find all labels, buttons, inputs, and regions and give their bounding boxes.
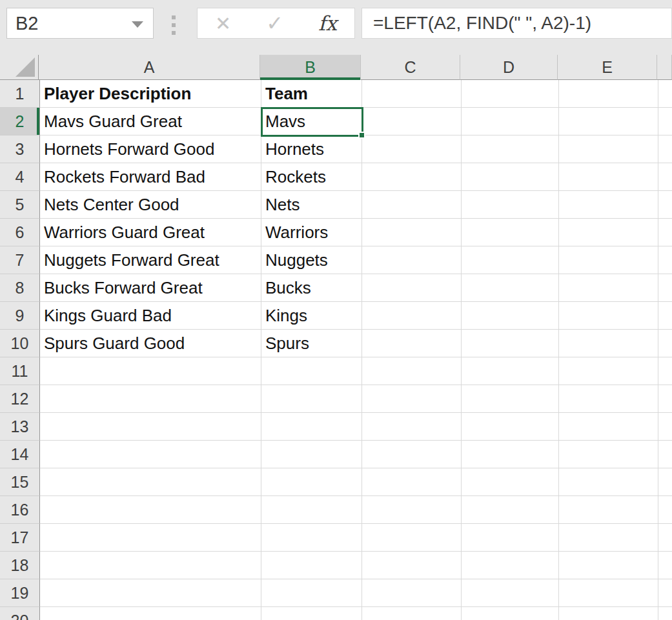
cell-B3[interactable]: Hornets [261, 135, 362, 163]
cell-B12[interactable] [261, 385, 362, 413]
formula-input[interactable]: =LEFT(A2, FIND(" ", A2)-1) [361, 8, 672, 39]
cell-A1[interactable]: Player Description [40, 80, 261, 108]
cell-E1[interactable] [559, 80, 658, 108]
name-box[interactable]: B2 [6, 8, 154, 39]
row-header-12[interactable]: 12 [0, 385, 40, 413]
cell-F3[interactable] [658, 135, 672, 163]
cell-C19[interactable] [362, 579, 462, 607]
row-header-9[interactable]: 9 [0, 302, 40, 330]
cell-E5[interactable] [559, 191, 658, 219]
cell-D13[interactable] [462, 413, 559, 441]
cell-C6[interactable] [362, 219, 462, 246]
select-all-button[interactable] [0, 55, 39, 80]
cell-B17[interactable] [261, 524, 362, 552]
cell-B9[interactable]: Kings [261, 302, 362, 330]
cell-E3[interactable] [559, 135, 658, 163]
cell-E2[interactable] [559, 108, 658, 135]
row-header-14[interactable]: 14 [0, 441, 40, 468]
cell-B7[interactable]: Nuggets [261, 246, 362, 274]
cell-C3[interactable] [362, 135, 462, 163]
row-header-15[interactable]: 15 [0, 468, 40, 496]
cell-B11[interactable] [261, 357, 362, 385]
cell-E7[interactable] [559, 246, 658, 274]
cell-B20[interactable] [261, 607, 362, 620]
col-header-C[interactable]: C [361, 55, 460, 80]
row-header-2[interactable]: 2 [0, 108, 40, 135]
cell-B2[interactable]: Mavs [261, 108, 362, 135]
row-header-3[interactable]: 3 [0, 135, 40, 163]
cell-E14[interactable] [559, 441, 658, 468]
cell-C13[interactable] [362, 413, 462, 441]
row-header-7[interactable]: 7 [0, 246, 40, 274]
cell-C7[interactable] [362, 246, 462, 274]
row-header-4[interactable]: 4 [0, 163, 40, 191]
cell-E8[interactable] [559, 274, 658, 302]
cell-B19[interactable] [261, 579, 362, 607]
cell-F20[interactable] [658, 607, 672, 620]
row-header-13[interactable]: 13 [0, 413, 40, 441]
row-header-6[interactable]: 6 [0, 219, 40, 246]
cell-D6[interactable] [462, 219, 559, 246]
row-header-18[interactable]: 18 [0, 552, 40, 579]
cell-C8[interactable] [362, 274, 462, 302]
cell-C10[interactable] [362, 330, 462, 357]
cell-E13[interactable] [559, 413, 658, 441]
cell-B6[interactable]: Warriors [261, 219, 362, 246]
cell-F14[interactable] [658, 441, 672, 468]
cell-F1[interactable] [658, 80, 672, 108]
cell-E10[interactable] [559, 330, 658, 357]
enter-icon[interactable]: ✓ [266, 11, 283, 35]
cell-F4[interactable] [658, 163, 672, 191]
cell-A4[interactable]: Rockets Forward Bad [40, 163, 261, 191]
cell-C17[interactable] [362, 524, 462, 552]
cell-D10[interactable] [462, 330, 559, 357]
col-header-A[interactable]: A [39, 55, 260, 80]
cell-C20[interactable] [362, 607, 462, 620]
cell-F16[interactable] [658, 496, 672, 524]
cell-A5[interactable]: Nets Center Good [40, 191, 261, 219]
formula-bar-drag-handle[interactable] [172, 15, 176, 35]
cell-F7[interactable] [658, 246, 672, 274]
cell-F6[interactable] [658, 219, 672, 246]
cell-B10[interactable]: Spurs [261, 330, 362, 357]
cell-A7[interactable]: Nuggets Forward Great [40, 246, 261, 274]
cell-E11[interactable] [559, 357, 658, 385]
cell-A13[interactable] [40, 413, 261, 441]
cell-F9[interactable] [658, 302, 672, 330]
cell-D5[interactable] [462, 191, 559, 219]
col-header-B[interactable]: B [260, 55, 361, 80]
cell-F19[interactable] [658, 579, 672, 607]
cell-A15[interactable] [40, 468, 261, 496]
row-header-17[interactable]: 17 [0, 524, 40, 552]
cell-A17[interactable] [40, 524, 261, 552]
cell-A11[interactable] [40, 357, 261, 385]
cell-C4[interactable] [362, 163, 462, 191]
cell-B18[interactable] [261, 552, 362, 579]
cell-E17[interactable] [559, 524, 658, 552]
cell-D7[interactable] [462, 246, 559, 274]
cell-F15[interactable] [658, 468, 672, 496]
cancel-icon[interactable]: ✕ [215, 12, 231, 35]
cell-D11[interactable] [462, 357, 559, 385]
cell-A14[interactable] [40, 441, 261, 468]
cell-D3[interactable] [462, 135, 559, 163]
cell-E4[interactable] [559, 163, 658, 191]
cell-F10[interactable] [658, 330, 672, 357]
cell-B8[interactable]: Bucks [261, 274, 362, 302]
cell-F8[interactable] [658, 274, 672, 302]
cell-C18[interactable] [362, 552, 462, 579]
cell-E18[interactable] [559, 552, 658, 579]
cell-D4[interactable] [462, 163, 559, 191]
cell-E6[interactable] [559, 219, 658, 246]
cell-C16[interactable] [362, 496, 462, 524]
cell-F13[interactable] [658, 413, 672, 441]
cell-F17[interactable] [658, 524, 672, 552]
cell-D9[interactable] [462, 302, 559, 330]
fill-handle[interactable] [358, 132, 365, 139]
cell-D14[interactable] [462, 441, 559, 468]
cell-E15[interactable] [559, 468, 658, 496]
cell-B14[interactable] [261, 441, 362, 468]
cell-C2[interactable] [362, 108, 462, 135]
cell-E20[interactable] [559, 607, 658, 620]
cell-D2[interactable] [462, 108, 559, 135]
